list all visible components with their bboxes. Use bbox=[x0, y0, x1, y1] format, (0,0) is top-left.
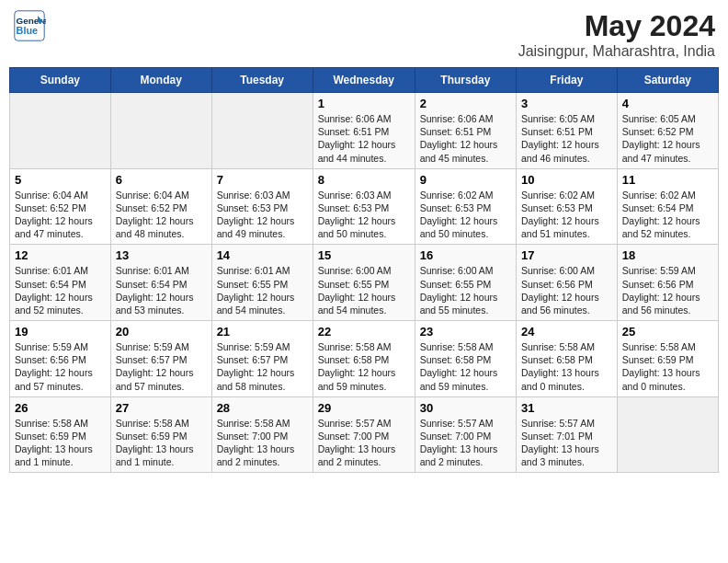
day-number: 28 bbox=[217, 401, 308, 415]
day-info: Sunrise: 6:01 AMSunset: 6:54 PMDaylight:… bbox=[15, 264, 106, 316]
day-number: 12 bbox=[15, 248, 106, 262]
calendar-day-cell bbox=[211, 93, 313, 169]
day-number: 18 bbox=[622, 248, 713, 262]
calendar-subtitle: Jaisingpur, Maharashtra, India bbox=[518, 43, 715, 60]
day-number: 17 bbox=[521, 248, 612, 262]
calendar-day-cell: 27Sunrise: 5:58 AMSunset: 6:59 PMDayligh… bbox=[110, 396, 211, 473]
day-info: Sunrise: 6:06 AMSunset: 6:51 PMDaylight:… bbox=[318, 112, 410, 165]
day-info: Sunrise: 6:00 AMSunset: 6:55 PMDaylight:… bbox=[420, 264, 511, 316]
day-info: Sunrise: 5:58 AMSunset: 6:59 PMDaylight:… bbox=[116, 417, 207, 469]
calendar-day-cell: 18Sunrise: 5:59 AMSunset: 6:56 PMDayligh… bbox=[617, 245, 718, 321]
calendar-day-cell: 13Sunrise: 6:01 AMSunset: 6:54 PMDayligh… bbox=[110, 245, 211, 321]
calendar-day-cell: 8Sunrise: 6:03 AMSunset: 6:53 PMDaylight… bbox=[313, 168, 415, 245]
day-info: Sunrise: 5:59 AMSunset: 6:57 PMDaylight:… bbox=[116, 340, 207, 393]
weekday-header-monday: Monday bbox=[110, 68, 211, 93]
title-block: May 2024 Jaisingpur, Maharashtra, India bbox=[518, 9, 715, 60]
calendar-day-cell: 22Sunrise: 5:58 AMSunset: 6:58 PMDayligh… bbox=[313, 321, 415, 397]
day-info: Sunrise: 6:05 AMSunset: 6:52 PMDaylight:… bbox=[622, 112, 713, 165]
calendar-day-cell: 4Sunrise: 6:05 AMSunset: 6:52 PMDaylight… bbox=[617, 93, 718, 169]
weekday-header-saturday: Saturday bbox=[617, 68, 718, 93]
day-number: 10 bbox=[521, 173, 612, 187]
day-info: Sunrise: 6:01 AMSunset: 6:54 PMDaylight:… bbox=[116, 264, 207, 316]
calendar-day-cell bbox=[10, 93, 111, 169]
day-number: 11 bbox=[622, 173, 713, 187]
calendar-day-cell: 16Sunrise: 6:00 AMSunset: 6:55 PMDayligh… bbox=[415, 245, 516, 321]
day-number: 26 bbox=[15, 401, 106, 415]
day-info: Sunrise: 6:02 AMSunset: 6:53 PMDaylight:… bbox=[420, 189, 511, 241]
day-number: 29 bbox=[318, 401, 410, 415]
calendar-table: SundayMondayTuesdayWednesdayThursdayFrid… bbox=[9, 67, 719, 473]
calendar-day-cell bbox=[617, 396, 718, 473]
weekday-header-row: SundayMondayTuesdayWednesdayThursdayFrid… bbox=[10, 68, 719, 93]
day-number: 5 bbox=[15, 173, 106, 187]
calendar-day-cell: 23Sunrise: 5:58 AMSunset: 6:58 PMDayligh… bbox=[415, 321, 516, 397]
day-info: Sunrise: 6:01 AMSunset: 6:55 PMDaylight:… bbox=[217, 264, 308, 316]
day-info: Sunrise: 5:58 AMSunset: 6:58 PMDaylight:… bbox=[420, 340, 511, 393]
day-info: Sunrise: 6:00 AMSunset: 6:55 PMDaylight:… bbox=[318, 264, 410, 316]
day-info: Sunrise: 6:04 AMSunset: 6:52 PMDaylight:… bbox=[116, 189, 207, 241]
calendar-day-cell: 30Sunrise: 5:57 AMSunset: 7:00 PMDayligh… bbox=[415, 396, 516, 473]
calendar-day-cell: 10Sunrise: 6:02 AMSunset: 6:53 PMDayligh… bbox=[517, 168, 618, 245]
weekday-header-tuesday: Tuesday bbox=[211, 68, 313, 93]
calendar-day-cell: 20Sunrise: 5:59 AMSunset: 6:57 PMDayligh… bbox=[110, 321, 211, 397]
day-info: Sunrise: 5:58 AMSunset: 6:59 PMDaylight:… bbox=[15, 417, 106, 469]
day-number: 2 bbox=[420, 97, 511, 110]
calendar-day-cell: 6Sunrise: 6:04 AMSunset: 6:52 PMDaylight… bbox=[110, 168, 211, 245]
day-info: Sunrise: 5:58 AMSunset: 7:00 PMDaylight:… bbox=[217, 417, 308, 469]
day-info: Sunrise: 5:58 AMSunset: 6:59 PMDaylight:… bbox=[622, 340, 713, 393]
calendar-day-cell: 21Sunrise: 5:59 AMSunset: 6:57 PMDayligh… bbox=[211, 321, 313, 397]
calendar-day-cell: 14Sunrise: 6:01 AMSunset: 6:55 PMDayligh… bbox=[211, 245, 313, 321]
day-number: 27 bbox=[116, 401, 207, 415]
calendar-day-cell: 28Sunrise: 5:58 AMSunset: 7:00 PMDayligh… bbox=[211, 396, 313, 473]
calendar-week-1: 1Sunrise: 6:06 AMSunset: 6:51 PMDaylight… bbox=[10, 93, 719, 169]
day-info: Sunrise: 6:02 AMSunset: 6:54 PMDaylight:… bbox=[622, 189, 713, 241]
weekday-header-wednesday: Wednesday bbox=[313, 68, 415, 93]
day-info: Sunrise: 5:57 AMSunset: 7:00 PMDaylight:… bbox=[318, 417, 410, 469]
day-number: 22 bbox=[318, 325, 410, 339]
day-number: 8 bbox=[318, 173, 410, 187]
calendar-day-cell: 15Sunrise: 6:00 AMSunset: 6:55 PMDayligh… bbox=[313, 245, 415, 321]
day-info: Sunrise: 6:00 AMSunset: 6:56 PMDaylight:… bbox=[521, 264, 612, 316]
calendar-day-cell: 24Sunrise: 5:58 AMSunset: 6:58 PMDayligh… bbox=[517, 321, 618, 397]
calendar-week-3: 12Sunrise: 6:01 AMSunset: 6:54 PMDayligh… bbox=[10, 245, 719, 321]
weekday-header-sunday: Sunday bbox=[10, 68, 111, 93]
weekday-header-thursday: Thursday bbox=[415, 68, 516, 93]
day-info: Sunrise: 5:58 AMSunset: 6:58 PMDaylight:… bbox=[318, 340, 410, 393]
calendar-week-5: 26Sunrise: 5:58 AMSunset: 6:59 PMDayligh… bbox=[10, 396, 719, 473]
day-number: 25 bbox=[622, 325, 713, 339]
day-number: 13 bbox=[116, 248, 207, 262]
calendar-day-cell: 1Sunrise: 6:06 AMSunset: 6:51 PMDaylight… bbox=[313, 93, 415, 169]
day-info: Sunrise: 5:59 AMSunset: 6:56 PMDaylight:… bbox=[622, 264, 713, 316]
day-number: 9 bbox=[420, 173, 511, 187]
day-number: 7 bbox=[217, 173, 308, 187]
calendar-week-4: 19Sunrise: 5:59 AMSunset: 6:56 PMDayligh… bbox=[10, 321, 719, 397]
calendar-day-cell: 31Sunrise: 5:57 AMSunset: 7:01 PMDayligh… bbox=[517, 396, 618, 473]
calendar-day-cell: 3Sunrise: 6:05 AMSunset: 6:51 PMDaylight… bbox=[517, 93, 618, 169]
logo: General Blue bbox=[13, 9, 46, 42]
day-info: Sunrise: 6:03 AMSunset: 6:53 PMDaylight:… bbox=[318, 189, 410, 241]
calendar-title: May 2024 bbox=[518, 9, 715, 43]
calendar-day-cell: 11Sunrise: 6:02 AMSunset: 6:54 PMDayligh… bbox=[617, 168, 718, 245]
calendar-day-cell: 2Sunrise: 6:06 AMSunset: 6:51 PMDaylight… bbox=[415, 93, 516, 169]
day-number: 16 bbox=[420, 248, 511, 262]
calendar-day-cell: 12Sunrise: 6:01 AMSunset: 6:54 PMDayligh… bbox=[10, 245, 111, 321]
weekday-header-friday: Friday bbox=[517, 68, 618, 93]
calendar-day-cell: 9Sunrise: 6:02 AMSunset: 6:53 PMDaylight… bbox=[415, 168, 516, 245]
day-number: 3 bbox=[521, 97, 612, 110]
day-number: 24 bbox=[521, 325, 612, 339]
calendar-day-cell: 25Sunrise: 5:58 AMSunset: 6:59 PMDayligh… bbox=[617, 321, 718, 397]
calendar-day-cell: 7Sunrise: 6:03 AMSunset: 6:53 PMDaylight… bbox=[211, 168, 313, 245]
day-number: 21 bbox=[217, 325, 308, 339]
calendar-day-cell: 17Sunrise: 6:00 AMSunset: 6:56 PMDayligh… bbox=[517, 245, 618, 321]
day-info: Sunrise: 5:59 AMSunset: 6:57 PMDaylight:… bbox=[217, 340, 308, 393]
day-number: 6 bbox=[116, 173, 207, 187]
page-header: General Blue May 2024 Jaisingpur, Mahara… bbox=[9, 9, 719, 60]
day-info: Sunrise: 6:05 AMSunset: 6:51 PMDaylight:… bbox=[521, 112, 612, 165]
calendar-week-2: 5Sunrise: 6:04 AMSunset: 6:52 PMDaylight… bbox=[10, 168, 719, 245]
day-info: Sunrise: 5:57 AMSunset: 7:01 PMDaylight:… bbox=[521, 417, 612, 469]
day-info: Sunrise: 5:59 AMSunset: 6:56 PMDaylight:… bbox=[15, 340, 106, 393]
calendar-body: 1Sunrise: 6:06 AMSunset: 6:51 PMDaylight… bbox=[10, 93, 719, 473]
day-number: 19 bbox=[15, 325, 106, 339]
day-info: Sunrise: 6:04 AMSunset: 6:52 PMDaylight:… bbox=[15, 189, 106, 241]
day-number: 23 bbox=[420, 325, 511, 339]
